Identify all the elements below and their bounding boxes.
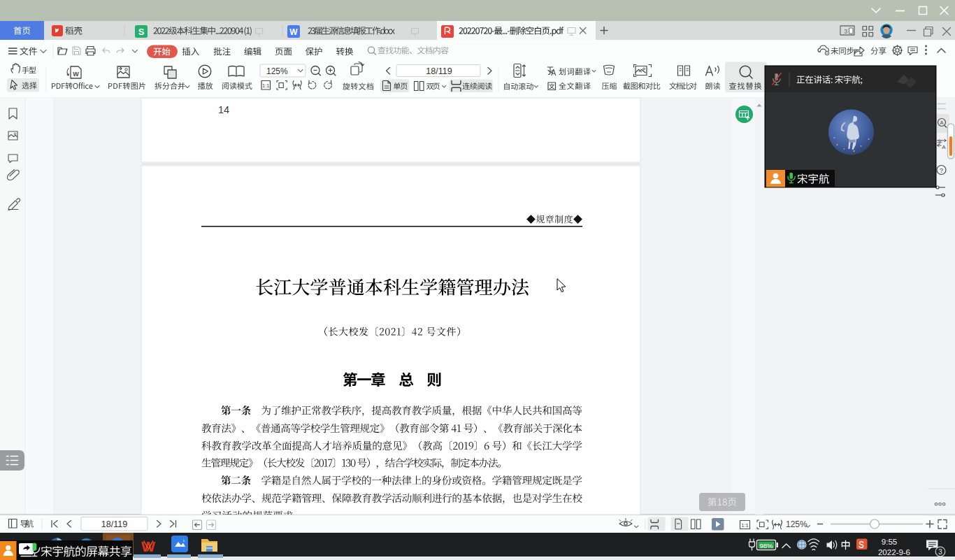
svg-text:98%: 98% (759, 542, 773, 550)
svg-text:A: A (940, 120, 943, 126)
svg-text:18/119: 18/119 (426, 66, 452, 76)
svg-text:W: W (141, 538, 155, 554)
svg-text:3: 3 (844, 27, 847, 35)
svg-text:W: W (289, 27, 298, 37)
svg-text:A: A (942, 144, 946, 150)
svg-text:125%: 125% (266, 66, 288, 76)
svg-text:W: W (73, 71, 79, 78)
svg-text:S: S (138, 27, 145, 37)
svg-text:1:1: 1:1 (741, 522, 748, 529)
svg-text:?: ? (940, 166, 943, 174)
svg-text:2022-9-6: 2022-9-6 (878, 548, 910, 557)
svg-text:14: 14 (218, 104, 229, 115)
svg-text:125%: 125% (786, 519, 807, 529)
svg-text:9:55: 9:55 (882, 538, 897, 546)
svg-text:18/119: 18/119 (101, 519, 127, 529)
svg-text:1:1: 1:1 (262, 82, 269, 89)
svg-text:3: 3 (938, 548, 942, 556)
